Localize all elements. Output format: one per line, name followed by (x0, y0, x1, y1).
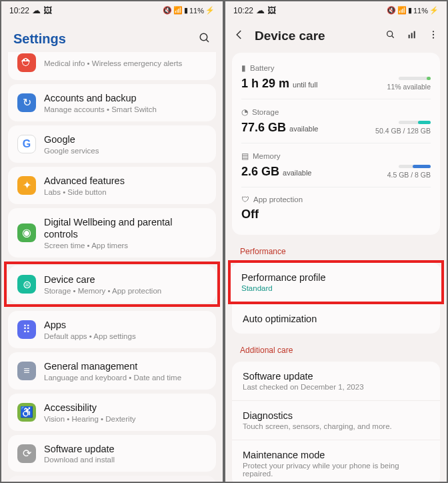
row-title: Apps (44, 319, 207, 332)
battery-charging-icon: ⚡ (429, 6, 439, 15)
app-protection-section[interactable]: 🛡App protection Off (241, 187, 431, 225)
wifi-icon: 📶 (173, 6, 183, 15)
storage-section[interactable]: ◔Storage 77.6 GB available 50.4 GB / 128… (241, 99, 431, 139)
search-icon[interactable] (199, 32, 211, 47)
memory-section[interactable]: ▤Memory 2.6 GB available 4.5 GB / 8 GB (241, 143, 431, 183)
settings-header: Settings (1, 19, 223, 52)
general-icon: ≡ (17, 362, 36, 380)
row-sub: Medical info • Wireless emergency alerts (44, 59, 207, 67)
row-title: Digital Wellbeing and parental controls (44, 216, 207, 242)
software-update-row[interactable]: ⟳ Software update Download and install (8, 435, 216, 472)
signal-icon: ▮ (408, 6, 412, 15)
advanced-features-row[interactable]: ✦ Advanced features Labs • Side button (8, 167, 216, 204)
section-label: Storage (252, 108, 279, 116)
item-title: Software update (243, 371, 429, 382)
battery-note: 11% available (387, 83, 431, 91)
row-title: Software update (44, 443, 207, 456)
row-title: Device care (44, 274, 207, 286)
battery-suffix: until full (293, 81, 317, 89)
item-title: Performance profile (241, 272, 431, 283)
svg-rect-6 (414, 31, 415, 39)
row-title: Accessibility (44, 402, 207, 414)
section-label: Battery (250, 64, 274, 72)
mute-icon: 🔇 (163, 6, 172, 15)
row-sub: Vision • Hearing • Dexterity (44, 415, 207, 423)
item-sub: Last checked on December 1, 2023 (243, 383, 429, 391)
battery-percent: 11% (189, 7, 204, 15)
row-sub: Manage accounts • Smart Switch (44, 105, 207, 113)
svg-point-0 (200, 33, 207, 41)
row-sub: Default apps • App settings (44, 332, 207, 340)
accessibility-icon: ♿ (17, 403, 36, 422)
battery-percent: 11% (413, 7, 428, 15)
gallery-icon: 🖼 (267, 5, 276, 15)
safety-emergency-row[interactable]: ⛑ Medical info • Wireless emergency aler… (8, 52, 216, 80)
maintenance-mode-row[interactable]: Maintenance mode Protect your privacy wh… (232, 440, 440, 483)
page-title: Device care (255, 29, 325, 43)
row-title: General management (44, 360, 207, 373)
accessibility-row[interactable]: ♿ Accessibility Vision • Hearing • Dexte… (8, 394, 216, 431)
more-icon[interactable] (428, 29, 439, 43)
software-update-row[interactable]: Software update Last checked on December… (232, 362, 440, 400)
storage-value: 77.6 GB (241, 121, 286, 134)
row-title: Google (44, 133, 207, 146)
row-sub: Download and install (44, 456, 207, 464)
row-title: Accounts and backup (44, 92, 207, 105)
cloud-icon: ☁ (32, 5, 41, 15)
chart-icon[interactable] (407, 29, 417, 43)
accounts-backup-row[interactable]: ↻ Accounts and backup Manage accounts • … (8, 84, 216, 121)
status-time: 10:22 (233, 6, 253, 15)
device-care-screen: 10:22 ☁ 🖼 🔇 📶 ▮ 11% ⚡ Device care ▮Batte… (224, 0, 448, 483)
battery-section[interactable]: ▮Battery 1 h 29 m until full 11% availab… (241, 59, 431, 95)
user-manual-row[interactable]: ⓘ User manual (8, 476, 216, 483)
gallery-icon: 🖼 (43, 5, 52, 15)
highlight-device-care: ⊜ Device care Storage • Memory • App pro… (4, 262, 220, 307)
shield-icon: 🛡 (241, 195, 249, 203)
row-sub: Storage • Memory • App protection (44, 287, 207, 295)
wellbeing-icon: ◉ (17, 223, 36, 242)
svg-rect-4 (409, 35, 410, 38)
performance-profile-row[interactable]: Performance profile Standard (231, 263, 441, 302)
device-status-card: ▮Battery 1 h 29 m until full 11% availab… (232, 53, 440, 235)
svg-rect-5 (411, 33, 413, 38)
performance-section-label: Performance (225, 239, 447, 259)
wifi-icon: 📶 (397, 6, 407, 15)
row-title: Advanced features (44, 175, 207, 187)
update-icon: ⟳ (17, 444, 36, 463)
back-icon[interactable] (233, 29, 245, 43)
diagnostics-row[interactable]: Diagnostics Touch screen, sensors, charg… (232, 400, 440, 440)
memory-bar (399, 165, 431, 168)
item-title: Auto optimization (243, 314, 429, 324)
device-care-row[interactable]: ⊜ Device care Storage • Memory • App pro… (8, 266, 216, 303)
signal-icon: ▮ (184, 6, 188, 15)
status-time: 10:22 (9, 6, 29, 15)
row-sub: Screen time • App timers (44, 242, 207, 250)
memory-note: 4.5 GB / 8 GB (387, 171, 431, 179)
item-sub: Standard (241, 284, 431, 292)
battery-icon: ▮ (241, 63, 246, 73)
memory-icon: ▤ (241, 151, 249, 161)
general-management-row[interactable]: ≡ General management Language and keyboa… (8, 352, 216, 390)
storage-note: 50.4 GB / 128 GB (375, 127, 431, 135)
google-row[interactable]: G Google Google services (8, 125, 216, 163)
safety-icon: ⛑ (17, 53, 36, 72)
status-bar: 10:22 ☁ 🖼 🔇 📶 ▮ 11% ⚡ (225, 1, 447, 19)
device-care-header: Device care (225, 19, 447, 49)
battery-value: 1 h 29 m (241, 77, 289, 90)
memory-suffix: available (283, 169, 311, 177)
svg-line-3 (391, 35, 393, 37)
auto-optimization-row[interactable]: Auto optimization (232, 304, 440, 334)
apps-row[interactable]: ⠿ Apps Default apps • App settings (8, 311, 216, 348)
protection-value: Off (241, 207, 431, 221)
search-icon[interactable] (385, 29, 396, 43)
digital-wellbeing-row[interactable]: ◉ Digital Wellbeing and parental control… (8, 208, 216, 258)
advanced-icon: ✦ (17, 176, 36, 195)
storage-bar (399, 121, 431, 124)
svg-point-7 (433, 31, 434, 32)
section-label: Memory (253, 152, 281, 160)
memory-value: 2.6 GB (241, 165, 279, 178)
apps-icon: ⠿ (17, 320, 36, 339)
item-title: Diagnostics (243, 410, 429, 421)
settings-screen: 10:22 ☁ 🖼 🔇 📶 ▮ 11% ⚡ Settings ⛑ Medical… (0, 0, 224, 483)
item-sub: Protect your privacy while your phone is… (243, 462, 429, 478)
